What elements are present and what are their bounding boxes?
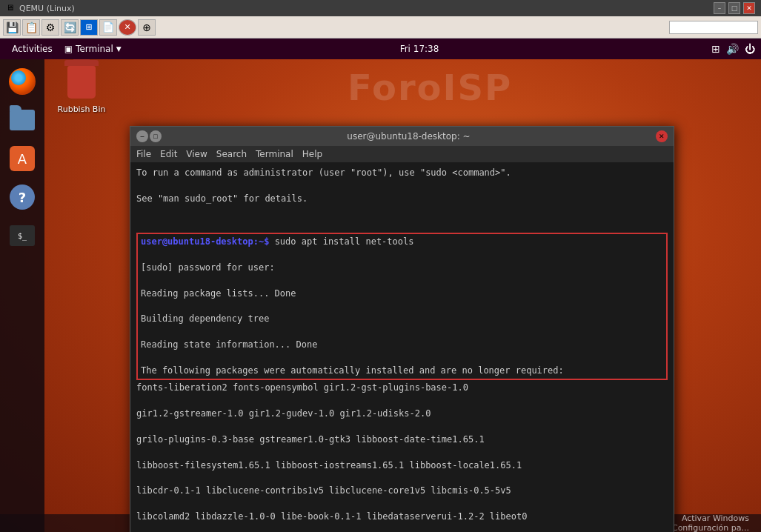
toolbar-btn-8[interactable]: ⊕: [138, 19, 156, 36]
qemu-icon: 🖥: [6, 3, 16, 13]
term-close-area: ✕: [656, 130, 668, 142]
files-icon: [10, 110, 35, 130]
ubuntu-taskbar: Activities ▣ Terminal ▼ Fri 17:38 ⊞ 🔊 ⏻: [0, 39, 761, 59]
toolbar-btn-4[interactable]: 🔄: [61, 19, 79, 36]
volume-icon[interactable]: 🔊: [726, 43, 739, 55]
terminal-taskbar-item[interactable]: ▣ Terminal ▼: [59, 44, 127, 54]
activate-windows-line1: Activar Windows: [682, 513, 749, 523]
qemu-titlebar: 🖥 QEMU (Linux) – □ ✕: [0, 0, 761, 16]
firefox-icon: [9, 68, 36, 95]
pkgs-line-4: libboost-filesystem1.65.1 libboost-iostr…: [136, 459, 668, 472]
appstore-icon: A: [10, 146, 35, 171]
dock-item-appstore[interactable]: A: [6, 142, 39, 175]
foro-watermark: ForoISP: [348, 67, 512, 108]
activities-button[interactable]: Activities: [6, 44, 59, 54]
terminal-dock-icon: $_: [10, 225, 35, 246]
rubbish-bin-icon[interactable]: Rubbish Bin: [52, 63, 111, 117]
pkgs-line-6: libcolamd2 libdazzle-1.0-0 libe-book-0.1…: [136, 511, 668, 523]
intro-line-2: See "man sudo_root" for details.: [136, 193, 668, 205]
reading-state-line: Reading state information... Done: [141, 339, 663, 351]
menu-file[interactable]: File: [136, 149, 151, 159]
terminal-window-controls: – □: [136, 130, 162, 142]
dock-item-terminal[interactable]: $_: [6, 219, 39, 252]
terminal-menubar: File Edit View Search Terminal Help: [130, 146, 674, 162]
terminal-titlebar: – □ user@ubuntu18-desktop: ~ ✕: [130, 127, 674, 146]
term-maximize-button[interactable]: □: [150, 130, 162, 142]
application-dock: A ? $_: [0, 59, 44, 532]
command-highlight-block: user@ubuntu18-desktop:~$ sudo apt instal…: [136, 233, 668, 380]
rubbish-bin-label: Rubbish Bin: [58, 104, 106, 114]
pkgs-line-3: grilo-plugins-0.3-base gstreamer1.0-gtk3…: [136, 433, 668, 446]
close-button[interactable]: ✕: [743, 2, 755, 14]
menu-search[interactable]: Search: [216, 149, 247, 159]
toolbar-btn-5[interactable]: ⊞: [80, 19, 98, 36]
desktop-icons-area: Rubbish Bin: [52, 63, 111, 117]
trash-icon: [64, 66, 99, 102]
auto-installed-line: The following packages were automaticall…: [141, 365, 663, 377]
building-dep-line: Building dependency tree: [141, 313, 663, 325]
toolbar-btn-6[interactable]: 📄: [99, 19, 117, 36]
terminal-dropdown-icon: ▼: [116, 45, 122, 53]
taskbar-datetime: Fri 17:38: [127, 44, 712, 54]
help-icon: ?: [10, 184, 35, 210]
menu-edit[interactable]: Edit: [160, 149, 177, 159]
taskbar-right-icons: ⊞ 🔊 ⏻: [711, 43, 755, 55]
qemu-title: QEMU (Linux): [19, 4, 714, 13]
menu-view[interactable]: View: [186, 149, 207, 159]
sudo-prompt-line: [sudo] password for user:: [141, 262, 663, 274]
minimize-button[interactable]: –: [714, 2, 725, 14]
toolbar-btn-1[interactable]: 💾: [3, 19, 21, 36]
pkgs-line-1: fonts-liberation2 fonts-opensymbol gir1.…: [136, 382, 668, 394]
terminal-body[interactable]: To run a command as administrator (user …: [130, 162, 674, 532]
dock-item-firefox[interactable]: [6, 65, 39, 98]
toolbar-btn-7[interactable]: ✕: [119, 19, 136, 36]
terminal-taskbar-label: Terminal: [76, 44, 113, 54]
prompt-user: user@ubuntu18-desktop: [141, 236, 253, 247]
terminal-taskbar-icon: ▣: [64, 44, 73, 54]
terminal-window: – □ user@ubuntu18-desktop: ~ ✕ File Edit…: [130, 126, 674, 532]
network-icon[interactable]: ⊞: [711, 43, 720, 55]
pkgs-line-2: gir1.2-gstreamer-1.0 gir1.2-gudev-1.0 gi…: [136, 408, 668, 420]
window-controls: – □ ✕: [714, 2, 755, 14]
pkgs-line-5: libcdr-0.1-1 libclucene-contribs1v5 libc…: [136, 485, 668, 497]
dock-item-help[interactable]: ?: [6, 181, 39, 213]
qemu-toolbar: 💾 📋 ⚙ 🔄 ⊞ 📄 ✕ ⊕: [0, 16, 761, 39]
term-minimize-button[interactable]: –: [136, 130, 148, 142]
menu-terminal[interactable]: Terminal: [256, 149, 293, 159]
intro-line-1: To run a command as administrator (user …: [136, 167, 668, 179]
toolbar-btn-3[interactable]: ⚙: [41, 19, 59, 36]
toolbar-search-input[interactable]: [669, 21, 758, 34]
restore-button[interactable]: □: [728, 2, 740, 14]
power-icon[interactable]: ⏻: [745, 43, 755, 55]
prompt-path: :~$: [253, 236, 270, 247]
toolbar-btn-2[interactable]: 📋: [22, 19, 40, 36]
command-text: sudo apt install net-tools: [269, 236, 413, 247]
term-close-button[interactable]: ✕: [656, 130, 668, 142]
menu-help[interactable]: Help: [302, 149, 322, 159]
terminal-window-title: user@ubuntu18-desktop: ~: [162, 131, 656, 142]
command-line: user@ubuntu18-desktop:~$ sudo apt instal…: [141, 236, 663, 248]
reading-pkg-line: Reading package lists... Done: [141, 287, 663, 300]
dock-item-files[interactable]: [6, 104, 39, 136]
desktop: 🖥 QEMU (Linux) – □ ✕ 💾 📋 ⚙ 🔄 ⊞ 📄 ✕ ⊕ Act…: [0, 0, 761, 532]
